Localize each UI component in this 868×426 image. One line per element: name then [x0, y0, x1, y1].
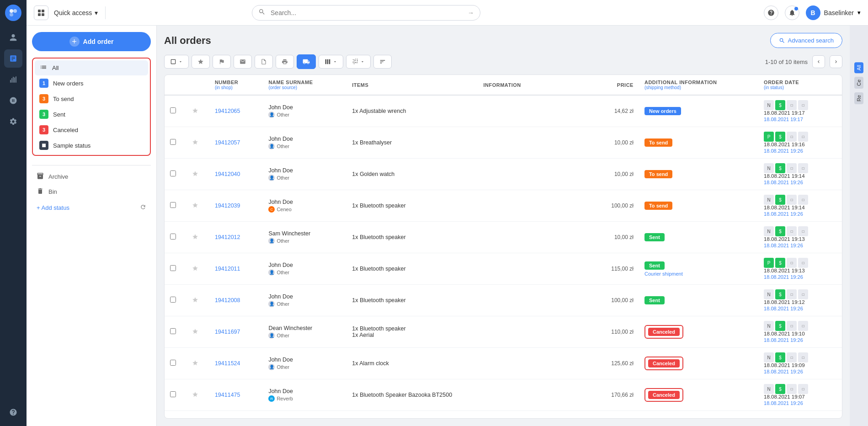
star-icon[interactable] [192, 170, 198, 177]
order-number-link[interactable]: 19412012 [215, 234, 240, 240]
truck-button[interactable] [297, 54, 316, 69]
print-button[interactable] [276, 55, 294, 69]
action-n-icon[interactable]: N [764, 226, 774, 236]
star-icon[interactable] [192, 107, 198, 114]
action-doc1-icon[interactable]: □ [787, 195, 797, 205]
order-number-link[interactable]: 19412011 [215, 266, 240, 272]
email-button[interactable] [234, 55, 252, 69]
star-icon[interactable] [192, 139, 198, 145]
checkbox-dropdown-button[interactable] [164, 55, 189, 69]
action-n-icon[interactable]: N [764, 195, 774, 205]
star-button[interactable] [192, 55, 210, 69]
help-button[interactable] [764, 5, 778, 20]
sidebar-item-canceled[interactable]: 3 Canceled [35, 122, 148, 138]
action-doc1-icon[interactable]: □ [787, 321, 797, 331]
action-dollar-icon[interactable]: $ [775, 384, 785, 394]
row-checkbox[interactable] [170, 107, 176, 113]
row-checkbox[interactable] [170, 202, 176, 208]
star-icon[interactable] [192, 202, 198, 208]
star-icon[interactable] [192, 391, 198, 398]
sort-button[interactable] [373, 55, 392, 69]
action-n-icon[interactable]: N [764, 321, 774, 331]
order-number-link[interactable]: 19412039 [215, 202, 240, 209]
action-doc2-icon[interactable]: □ [798, 258, 808, 268]
action-dollar-icon[interactable]: $ [775, 258, 785, 268]
action-doc2-icon[interactable]: □ [798, 163, 808, 173]
advanced-search-button[interactable]: Advanced search [770, 33, 842, 48]
sidebar-item-tosend[interactable]: 3 To send [35, 91, 148, 106]
action-n-icon[interactable]: N [764, 163, 774, 173]
nav-integrations[interactable] [4, 91, 22, 110]
add-order-button[interactable]: + Add order [32, 32, 151, 51]
nav-users[interactable] [4, 28, 22, 47]
action-dollar-icon[interactable]: $ [775, 100, 785, 110]
prev-page-button[interactable] [812, 55, 825, 68]
star-icon[interactable] [192, 360, 198, 366]
order-number-link[interactable]: 19412057 [215, 139, 240, 146]
quick-access-button[interactable]: Quick access ▾ [54, 9, 98, 16]
action-doc1-icon[interactable]: □ [787, 100, 797, 110]
action-n-icon[interactable]: N [764, 289, 774, 299]
sidebar-archive[interactable]: Archive [32, 169, 151, 184]
sidebar-bin[interactable]: Bin [32, 184, 151, 199]
row-checkbox[interactable] [170, 139, 176, 145]
action-doc2-icon[interactable]: □ [798, 289, 808, 299]
action-n-icon[interactable]: P [764, 258, 774, 268]
action-dollar-icon[interactable]: $ [775, 163, 785, 173]
order-number-link[interactable]: 19412040 [215, 171, 240, 177]
action-n-icon[interactable]: N [764, 384, 774, 394]
row-checkbox[interactable] [170, 170, 176, 176]
row-checkbox[interactable] [170, 391, 176, 397]
row-checkbox[interactable] [170, 297, 176, 303]
action-doc1-icon[interactable]: □ [787, 132, 797, 142]
side-label-re[interactable]: Re [854, 92, 863, 104]
action-doc1-icon[interactable]: □ [787, 163, 797, 173]
side-label-all[interactable]: All [854, 62, 863, 73]
action-doc2-icon[interactable]: □ [798, 352, 808, 362]
grid-button[interactable] [34, 5, 48, 20]
action-doc1-icon[interactable]: □ [787, 226, 797, 236]
nav-settings[interactable] [4, 112, 22, 131]
flag-button[interactable] [213, 55, 231, 69]
action-doc2-icon[interactable]: □ [798, 384, 808, 394]
action-doc2-icon[interactable]: □ [798, 132, 808, 142]
action-dollar-icon[interactable]: $ [775, 195, 785, 205]
action-doc1-icon[interactable]: □ [787, 258, 797, 268]
action-dollar-icon[interactable]: $ [775, 132, 785, 142]
nav-orders[interactable] [4, 49, 22, 68]
order-number-link[interactable]: 19412008 [215, 297, 240, 304]
action-doc2-icon[interactable]: □ [798, 195, 808, 205]
search-input[interactable] [252, 5, 480, 21]
star-icon[interactable] [192, 328, 198, 335]
order-number-link[interactable]: 19411697 [215, 329, 240, 335]
next-page-button[interactable] [830, 55, 842, 68]
nav-help[interactable] [4, 403, 22, 421]
action-n-icon[interactable]: N [764, 100, 774, 110]
row-checkbox[interactable] [170, 265, 176, 271]
action-doc2-icon[interactable]: □ [798, 226, 808, 236]
action-dollar-icon[interactable]: $ [775, 226, 785, 236]
action-doc2-icon[interactable]: □ [798, 321, 808, 331]
row-checkbox[interactable] [170, 360, 176, 366]
action-dollar-icon[interactable]: $ [775, 321, 785, 331]
action-dollar-icon[interactable]: $ [775, 352, 785, 362]
order-number-link[interactable]: 19411524 [215, 360, 240, 367]
document-button[interactable] [255, 55, 273, 69]
sidebar-item-all[interactable]: All [35, 60, 148, 75]
rows-dropdown-button[interactable] [346, 55, 371, 69]
user-menu[interactable]: B Baselinker ▾ [806, 5, 861, 20]
side-label-ce[interactable]: Ce [854, 77, 863, 89]
sidebar-item-sample[interactable]: ■ Sample status [35, 138, 148, 153]
star-icon[interactable] [192, 297, 198, 303]
action-doc1-icon[interactable]: □ [787, 384, 797, 394]
order-number-link[interactable]: 19412065 [215, 108, 240, 114]
add-status-button[interactable]: + Add status [32, 201, 151, 214]
star-icon[interactable] [192, 265, 198, 272]
sidebar-item-neworders[interactable]: 1 New orders [35, 75, 148, 91]
nav-analytics[interactable] [4, 70, 22, 89]
row-checkbox[interactable] [170, 234, 176, 240]
action-doc2-icon[interactable]: □ [798, 100, 808, 110]
star-icon[interactable] [192, 234, 198, 240]
action-doc1-icon[interactable]: □ [787, 352, 797, 362]
order-number-link[interactable]: 19411475 [215, 392, 240, 398]
